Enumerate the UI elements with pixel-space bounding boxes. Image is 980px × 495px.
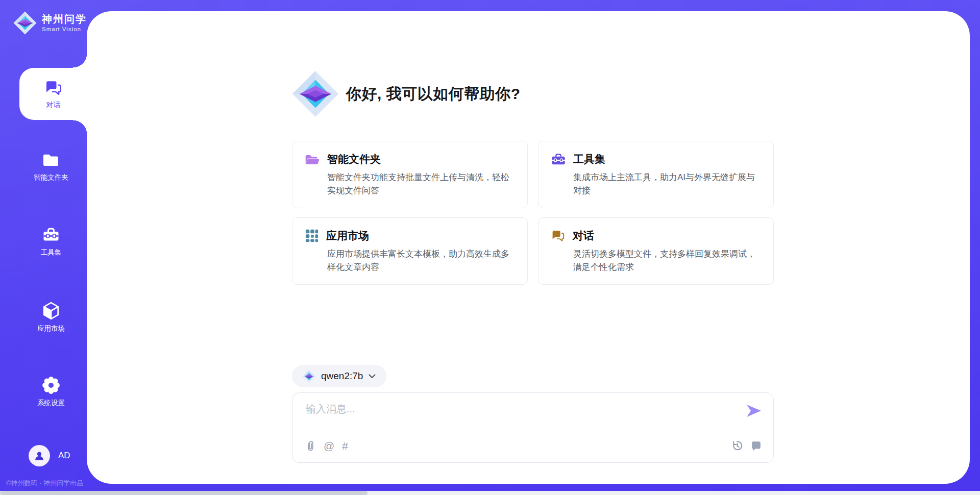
card-description: 应用市场提供丰富长文本模板，助力高效生成多样化文章内容 [305, 247, 515, 274]
message-input[interactable] [305, 401, 736, 430]
card-chat[interactable]: 对话 灵活切换多模型文件，支持多样回复效果调试，满足个性化需求 [538, 217, 774, 285]
greeting: 你好, 我可以如何帮助你? [292, 70, 521, 117]
user-profile[interactable]: AD [29, 445, 70, 466]
sidebar-item-label: 对话 [46, 101, 61, 110]
sidebar: 神州问学 Smart Vision 对话 智能文件夹 [0, 0, 87, 495]
briefcase-icon [551, 152, 566, 166]
sidebar-item-chat[interactable]: 对话 [19, 68, 87, 120]
chevron-down-icon [369, 374, 376, 379]
card-smart-folder[interactable]: 智能文件夹 智能文件夹功能支持批量文件上传与清洗，轻松实现文件问答 [292, 141, 528, 208]
at-mention-icon[interactable]: @ [324, 440, 334, 452]
history-icon[interactable] [731, 440, 743, 452]
brand-name: 神州问学 [42, 13, 87, 24]
sidebar-item-app-market[interactable]: 应用市场 [8, 301, 94, 333]
greeting-title: 你好, 我可以如何帮助你? [346, 84, 521, 105]
card-title: 智能文件夹 [327, 152, 381, 166]
brand: 神州问学 Smart Vision [13, 11, 87, 35]
composer-tools-right [731, 440, 762, 452]
card-description: 智能文件夹功能支持批量文件上传与清洗，轻松实现文件问答 [305, 171, 515, 197]
grid-icon [305, 229, 319, 243]
person-icon [33, 450, 45, 462]
sidebar-item-toolset[interactable]: 工具集 [8, 226, 94, 257]
hash-topic-icon[interactable]: # [342, 440, 348, 452]
card-app-market[interactable]: 应用市场 应用市场提供丰富长文本模板，助力高效生成多样化文章内容 [292, 217, 528, 285]
card-toolset[interactable]: 工具集 集成市场上主流工具，助力AI与外界无缝扩展与对接 [538, 141, 774, 208]
model-name: qwen2:7b [321, 370, 363, 382]
chat-icon [44, 79, 63, 97]
folder-open-icon [305, 152, 320, 166]
avatar [29, 445, 50, 466]
sidebar-item-label: 应用市场 [37, 324, 65, 333]
model-gem-icon [303, 370, 315, 383]
composer-divider [303, 433, 763, 433]
brand-logo-gem-icon [13, 11, 37, 35]
folder-icon [41, 151, 61, 169]
toolbox-icon [41, 226, 61, 244]
attachment-icon[interactable] [305, 440, 316, 452]
card-title: 工具集 [573, 152, 605, 166]
gear-icon [41, 376, 61, 395]
greeting-logo-gem-icon [292, 70, 339, 117]
card-title: 应用市场 [326, 229, 369, 243]
main-panel: 你好, 我可以如何帮助你? 智能文件夹 智能文件夹功能支持批量文件上传与清洗，轻… [87, 11, 970, 484]
horizontal-scrollbar-thumb[interactable] [0, 491, 368, 495]
feature-cards: 智能文件夹 智能文件夹功能支持批量文件上传与清洗，轻松实现文件问答 工具 [292, 141, 774, 285]
card-description: 集成市场上主流工具，助力AI与外界无缝扩展与对接 [551, 171, 761, 197]
message-composer: @ # [292, 392, 774, 463]
card-title: 对话 [573, 229, 594, 243]
cube-icon [41, 301, 61, 320]
app-window: 神州问学 Smart Vision 对话 智能文件夹 [0, 0, 980, 495]
brand-subtitle: Smart Vision [42, 26, 87, 33]
user-initials: AD [58, 451, 70, 461]
chat-bubbles-icon [551, 229, 566, 243]
sidebar-footer-credit: ©神州数码 · 神州问学出品 [6, 479, 83, 488]
sidebar-item-label: 智能文件夹 [34, 173, 68, 182]
sidebar-item-label: 工具集 [41, 248, 62, 257]
sidebar-item-smart-folder[interactable]: 智能文件夹 [8, 151, 94, 182]
comment-icon[interactable] [750, 440, 762, 452]
horizontal-scrollbar [0, 491, 980, 495]
send-icon[interactable] [747, 405, 761, 417]
sidebar-item-settings[interactable]: 系统设置 [8, 376, 94, 408]
composer-tools-left: @ # [305, 440, 348, 452]
model-selector[interactable]: qwen2:7b [292, 365, 386, 387]
card-description: 灵活切换多模型文件，支持多样回复效果调试，满足个性化需求 [551, 247, 761, 274]
sidebar-item-label: 系统设置 [37, 399, 65, 408]
